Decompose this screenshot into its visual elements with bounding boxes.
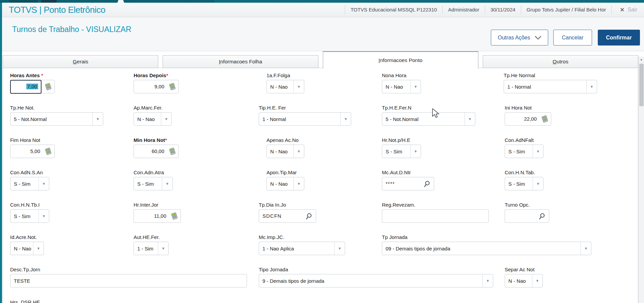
dropdown-arrow-icon[interactable]: ▼ [293, 145, 304, 158]
vertical-scrollbar[interactable]: ▲ [638, 57, 644, 303]
tp-he-fer-n-select[interactable]: 5 - Not.Normal▼ [382, 112, 475, 126]
date-label: 30/11/2024 [485, 5, 521, 14]
dropdown-arrow-icon[interactable]: ▼ [162, 177, 172, 190]
magnifier-icon[interactable] [305, 213, 313, 220]
calculator-icon[interactable] [169, 83, 176, 90]
field-min-hora-not: Min Hora Not*60,00 [134, 137, 179, 158]
min-hora-not-label: Min Hora Not* [134, 137, 179, 143]
tipo-jornada-select[interactable]: 9 - Demais tipos de jornada▼ [259, 274, 493, 287]
ap-marc-fer-select[interactable]: N - Nao▼ [134, 112, 172, 126]
con-adnfalt-select[interactable]: S - Sim▼ [505, 145, 543, 158]
dropdown-arrow-icon[interactable]: ▼ [38, 210, 49, 222]
apon-tip-mar-label: Apon.Tip.Mar [267, 170, 304, 176]
calculator-icon[interactable] [171, 212, 178, 220]
company-branch-label: Grupo Totvs Jupiter / Filial Belo Hor [521, 5, 612, 14]
dropdown-arrow-icon[interactable]: ▼ [465, 113, 475, 125]
tp-he-fer-n-value: 5 - Not.Normal [386, 116, 465, 122]
field-mc-aut-d-ntr: Mc.Aut.D.Ntr**** [382, 170, 434, 190]
desc-tp-jorn-input[interactable]: TESTE [10, 274, 247, 287]
calculator-icon[interactable] [169, 148, 176, 155]
magnifier-icon[interactable] [423, 180, 431, 188]
field-ini-hora-not: Ini Hora Not22,00 [505, 105, 551, 126]
app-header: TOTVS | Ponto Eletrônico TOTVS Educacion… [0, 3, 644, 17]
mc-imp-jc-select[interactable]: 1 - Nao Aplica▼ [259, 242, 345, 255]
horas-depois-input[interactable]: 9,00 [134, 80, 179, 93]
dropdown-arrow-icon[interactable]: ▼ [533, 177, 543, 190]
tab-informacoes-folha[interactable]: Informacoes Folha [163, 55, 318, 68]
hrs-dsr-he-label: Hrs. DSR HE [10, 299, 40, 303]
reg-revezam-input[interactable] [382, 209, 489, 223]
tp-he-not-select[interactable]: 5 - Not.Normal▼ [10, 112, 103, 126]
con-adn-s-an-value: S - Sim [14, 181, 38, 187]
nona-hora-select[interactable]: N - Nao▼ [382, 80, 421, 93]
turno-opc-lookup[interactable] [505, 209, 549, 223]
tab-informacoes-ponto[interactable]: Informacoes Ponto [323, 51, 478, 68]
separ-ac-not-label: Separ Ac Not [505, 267, 543, 273]
con-adn-atra-value: S - Sim [137, 181, 162, 187]
dropdown-arrow-icon[interactable]: ▼ [482, 274, 493, 287]
id-acre-not-select[interactable]: N - Nao▼ [10, 242, 44, 255]
dropdown-arrow-icon[interactable]: ▼ [92, 113, 103, 125]
apon-tip-mar-value: N - Nao [270, 181, 293, 187]
nona-hora-label: Nona Hora [382, 72, 421, 79]
magnifier-icon[interactable] [538, 213, 546, 220]
con-adn-s-an-label: Con AdN.S.An [10, 170, 49, 176]
dropdown-arrow-icon[interactable]: ▼ [38, 177, 49, 190]
field-aut-he-fer: Aut.HE.Fer.1 - Sim▼ [134, 234, 169, 255]
dropdown-arrow-icon[interactable]: ▼ [293, 177, 304, 190]
calculator-icon[interactable] [541, 115, 549, 123]
dropdown-arrow-icon[interactable]: ▼ [532, 274, 542, 287]
horas-antes-input[interactable]: 7,00 [10, 80, 55, 93]
separ-ac-not-select[interactable]: N - Nao▼ [505, 274, 543, 287]
apenas-ac-no-value: N - Nao [270, 149, 293, 154]
apenas-ac-no-select[interactable]: N - Nao▼ [267, 145, 304, 158]
hr-inter-jor-input[interactable]: 11,00 [134, 209, 181, 223]
min-hora-not-input[interactable]: 60,00 [134, 145, 179, 158]
field-con-h-n-tb-i: Con.H.N.Tb.IS - Sim▼ [10, 202, 49, 223]
scrollbar-thumb[interactable] [639, 64, 644, 106]
tp-he-normal-value: 1 - Normal [507, 84, 586, 90]
con-h-n-tb-i-label: Con.H.N.Tb.I [10, 202, 49, 208]
tp-dia-in-jo-value: SDCFN [262, 213, 282, 219]
dropdown-arrow-icon[interactable]: ▼ [33, 242, 44, 255]
scrollbar-up-icon[interactable]: ▲ [639, 57, 644, 62]
con-adn-s-an-select[interactable]: S - Sim▼ [10, 177, 49, 190]
tp-he-normal-select[interactable]: 1 - Normal▼ [504, 80, 597, 93]
apon-tip-mar-select[interactable]: N - Nao▼ [267, 177, 304, 190]
dropdown-arrow-icon[interactable]: ▼ [410, 80, 421, 93]
calculator-icon[interactable] [45, 148, 52, 155]
dropdown-arrow-icon[interactable]: ▼ [161, 113, 171, 125]
dropdown-arrow-icon[interactable]: ▼ [293, 80, 304, 93]
1a-f-folga-select[interactable]: N - Nao▼ [267, 80, 304, 93]
dropdown-arrow-icon[interactable]: ▼ [586, 80, 597, 93]
con-h-n-tb-i-select[interactable]: S - Sim▼ [10, 209, 49, 223]
con-h-n-tab-label: Con.H.N.Tab. [505, 170, 543, 176]
turno-opc-label: Turno Opc. [505, 202, 549, 208]
dropdown-arrow-icon[interactable]: ▼ [340, 113, 351, 125]
mc-aut-d-ntr-lookup[interactable]: **** [382, 177, 434, 190]
tab-label: Gerais [73, 59, 88, 65]
con-h-n-tab-select[interactable]: S - Sim▼ [505, 177, 543, 190]
dropdown-arrow-icon[interactable]: ▼ [581, 242, 591, 255]
hr-not-p-he-select[interactable]: S - Sim▼ [382, 145, 421, 158]
aut-he-fer-select[interactable]: 1 - Sim▼ [134, 242, 169, 255]
tab-outros[interactable]: Outros [483, 55, 638, 68]
tab-gerais[interactable]: Gerais [3, 55, 158, 68]
tab-bar: Gerais Informacoes Folha Informacoes Pon… [3, 51, 638, 68]
dropdown-arrow-icon[interactable]: ▼ [533, 145, 543, 158]
1a-f-folga-label: 1a.F.Folga [267, 72, 304, 79]
tp-jornada-select[interactable]: 09 - Demais tipos de jornada▼ [382, 242, 591, 255]
tp-dia-in-jo-lookup[interactable]: SDCFN [259, 209, 316, 223]
dropdown-arrow-icon[interactable]: ▼ [334, 242, 345, 255]
con-adn-atra-select[interactable]: S - Sim▼ [134, 177, 173, 190]
dropdown-arrow-icon[interactable]: ▼ [410, 145, 421, 158]
exit-button[interactable]: ✕ Sair [611, 5, 644, 14]
field-mc-imp-jc: Mc.Imp.JC.1 - Nao Aplica▼ [259, 234, 345, 255]
calculator-icon[interactable] [45, 83, 52, 90]
dropdown-arrow-icon[interactable]: ▼ [158, 242, 168, 255]
field-nona-hora: Nona HoraN - Nao▼ [382, 72, 421, 93]
fim-hora-not-input[interactable]: 5,00 [10, 145, 55, 158]
ini-hora-not-input[interactable]: 22,00 [505, 112, 551, 126]
field-hr-inter-jor: Hr.Inter.Jor11,00 [134, 202, 181, 223]
tip-he-fer-select[interactable]: 1 - Normal▼ [259, 112, 351, 126]
